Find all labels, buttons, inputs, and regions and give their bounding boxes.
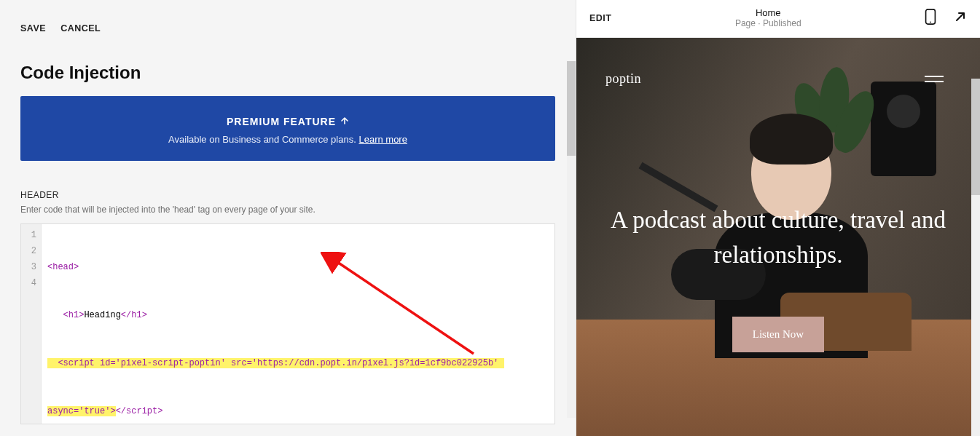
code-token: </script>: [116, 406, 163, 416]
preview-meta: Home Page · Published: [611, 7, 925, 28]
preview-panel: EDIT Home Page · Published: [576, 0, 980, 436]
learn-more-link[interactable]: Learn more: [358, 134, 407, 145]
line-number: 4: [21, 275, 36, 291]
cancel-button[interactable]: CANCEL: [60, 23, 101, 33]
premium-subtitle: Available on Business and Commerce plans…: [28, 134, 548, 145]
hero-headline: A podcast about culture, travel and rela…: [576, 203, 980, 273]
line-number: 1: [21, 227, 36, 243]
code-token-highlighted: async='true'>: [47, 406, 116, 416]
line-number-gutter: 1 2 3 4: [21, 224, 42, 424]
premium-subtitle-text: Available on Business and Commerce plans…: [168, 134, 358, 145]
hamburger-menu-icon[interactable]: [925, 76, 944, 82]
listen-now-button[interactable]: Listen Now: [732, 317, 824, 352]
preview-toolbar: EDIT Home Page · Published: [576, 0, 980, 38]
code-token: <head>: [47, 262, 79, 272]
line-number: 2: [21, 243, 36, 259]
header-section-description: Enter code that will be injected into th…: [0, 205, 576, 223]
code-content[interactable]: <head> <h1>Heading</h1> <script id='pixe…: [42, 224, 554, 424]
settings-panel: SAVE CANCEL Code Injection PREMIUM FEATU…: [0, 0, 576, 436]
preview-page-name: Home: [611, 7, 925, 18]
code-token: [47, 310, 63, 320]
upgrade-arrow-icon: [340, 116, 349, 127]
premium-banner: PREMIUM FEATURE Available on Business an…: [20, 96, 555, 161]
code-token: </h1>: [121, 310, 147, 320]
site-preview[interactable]: poptin A podcast about culture, travel a…: [576, 38, 980, 436]
code-token-highlighted: <script id='pixel-script-poptin' src='ht…: [47, 358, 504, 368]
top-actions: SAVE CANCEL: [0, 0, 576, 33]
line-number: 3: [21, 259, 36, 275]
open-external-icon[interactable]: [954, 10, 967, 26]
code-token: Heading: [84, 310, 120, 320]
preview-overlay: poptin A podcast about culture, travel a…: [576, 38, 980, 436]
code-editor[interactable]: 1 2 3 4 <head> <h1>Heading</h1> <script …: [20, 223, 555, 424]
premium-title: PREMIUM FEATURE: [227, 116, 349, 127]
preview-page-status: Page · Published: [611, 18, 925, 28]
right-scrollbar-thumb[interactable]: [971, 79, 980, 195]
header-section-label: HEADER: [0, 161, 576, 205]
mobile-preview-icon[interactable]: [925, 9, 936, 28]
edit-button[interactable]: EDIT: [589, 13, 611, 23]
save-button[interactable]: SAVE: [20, 23, 46, 33]
left-scrollbar-thumb[interactable]: [567, 61, 576, 156]
page-title: Code Injection: [0, 33, 576, 96]
preview-icon-group: [925, 9, 967, 28]
preview-header-row: poptin: [576, 38, 980, 87]
code-token: <h1>: [63, 310, 85, 320]
svg-point-2: [930, 21, 931, 23]
left-scrollbar[interactable]: [567, 61, 576, 418]
right-scrollbar[interactable]: [971, 79, 980, 436]
brand-logo[interactable]: poptin: [605, 71, 641, 87]
premium-title-text: PREMIUM FEATURE: [227, 116, 336, 127]
